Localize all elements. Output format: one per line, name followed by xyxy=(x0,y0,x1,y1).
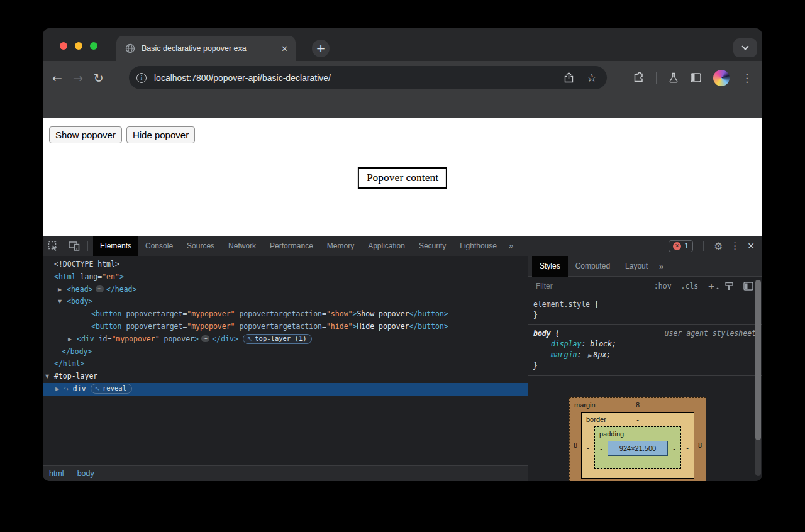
back-icon[interactable]: ← xyxy=(52,71,62,85)
tab-close-icon[interactable]: ✕ xyxy=(281,44,288,53)
devtools-tab-security[interactable]: Security xyxy=(412,236,453,256)
browser-tab[interactable]: Basic declarative popover exa ✕ xyxy=(116,36,296,61)
collapsed-content-icon[interactable]: ⋯ xyxy=(96,285,104,292)
forward-icon[interactable]: → xyxy=(73,71,83,85)
code-token: "en" xyxy=(102,272,119,281)
url-text[interactable]: localhost:7800/popover-api/basic-declara… xyxy=(154,73,331,83)
css-declaration[interactable]: margin: ▶8px; xyxy=(533,350,757,361)
extensions-icon[interactable] xyxy=(633,72,644,83)
code-token: Hide popover xyxy=(357,322,409,331)
show-popover-button[interactable]: Show popover xyxy=(49,126,122,143)
toolbar-divider xyxy=(656,72,657,84)
hide-popover-button[interactable]: Hide popover xyxy=(126,126,195,143)
tree-line[interactable]: <button popovertarget="mypopover" popove… xyxy=(43,321,528,333)
inspect-element-icon[interactable] xyxy=(43,241,64,252)
css-property-name: margin xyxy=(551,350,577,359)
breadcrumb-item-body[interactable]: body xyxy=(77,469,94,478)
collapse-arrow-icon[interactable]: ▼ xyxy=(45,370,54,383)
address-bar[interactable]: i localhost:7800/popover-api/basic-decla… xyxy=(129,66,607,89)
minimize-window-button[interactable] xyxy=(75,42,82,50)
tree-line[interactable]: <button popovertarget="mypopover" popove… xyxy=(43,308,528,321)
code-token: "mypopover" xyxy=(187,309,235,318)
devtools-tab-application[interactable]: Application xyxy=(361,236,412,256)
sidebar-tab-layout[interactable]: Layout xyxy=(618,256,655,277)
expand-arrow-icon[interactable]: ▶ xyxy=(68,333,77,346)
breadcrumb-item-html[interactable]: html xyxy=(49,469,64,478)
expand-arrow-icon[interactable]: ▶ xyxy=(58,284,67,296)
tree-line[interactable]: <!DOCTYPE html> xyxy=(43,258,528,271)
experiments-flask-icon[interactable] xyxy=(669,72,679,83)
expand-arrow-icon[interactable]: ▶ xyxy=(586,353,593,358)
sidebar-tab-computed[interactable]: Computed xyxy=(568,256,618,277)
tree-line[interactable]: ▼<body> xyxy=(43,296,528,308)
css-property-value: block; xyxy=(590,340,616,348)
code-token: </head> xyxy=(106,285,136,294)
code-token: <!DOCTYPE html> xyxy=(54,260,119,269)
rule-origin: user agent stylesheet xyxy=(665,328,757,339)
profile-avatar[interactable] xyxy=(713,70,730,86)
settings-gear-icon[interactable]: ⚙ xyxy=(714,240,723,252)
share-icon[interactable] xyxy=(564,72,574,83)
box-model-diagram[interactable]: 8 margin 8 - border xyxy=(569,397,762,481)
reload-icon[interactable]: ↻ xyxy=(94,71,104,85)
tree-line[interactable]: ▼#top-layer xyxy=(43,370,528,383)
traffic-lights xyxy=(60,42,97,50)
collapsed-content-icon[interactable]: ⋯ xyxy=(201,335,209,342)
element-style-rule[interactable]: element.style { } xyxy=(528,296,762,325)
new-style-rule-button[interactable]: + xyxy=(708,281,715,291)
code-token: id xyxy=(94,335,108,343)
code-token: <head> xyxy=(67,285,93,294)
expand-arrow-icon[interactable]: ▶ xyxy=(55,383,64,396)
site-info-icon[interactable]: i xyxy=(136,73,147,83)
tree-line[interactable]: ▶<div id="mypopover" popover>⋯</div>top-… xyxy=(43,333,528,346)
error-count: 1 xyxy=(684,241,689,250)
devtools-menu-kebab-icon[interactable]: ⋮ xyxy=(730,240,740,252)
tab-strip: Basic declarative popover exa ✕ + xyxy=(43,28,762,61)
reveal-badge[interactable]: reveal xyxy=(91,384,132,394)
devtools-tab-elements[interactable]: Elements xyxy=(93,236,138,256)
new-tab-button[interactable]: + xyxy=(312,40,330,57)
devtools-tab-network[interactable]: Network xyxy=(221,236,263,256)
devtools-tab-memory[interactable]: Memory xyxy=(320,236,361,256)
dock-panel-icon[interactable] xyxy=(743,282,753,291)
close-window-button[interactable] xyxy=(60,42,67,50)
body-style-rule[interactable]: user agent stylesheetbody { display: blo… xyxy=(528,325,762,376)
bookmark-star-icon[interactable]: ☆ xyxy=(587,71,597,84)
code-token: lang xyxy=(76,272,98,281)
class-toggle[interactable]: .cls xyxy=(681,282,699,291)
rendering-paint-icon[interactable] xyxy=(724,282,734,291)
top-layer-badge[interactable]: top-layer (1) xyxy=(243,334,313,344)
code-token: <div xyxy=(77,335,94,343)
fullscreen-window-button[interactable] xyxy=(90,42,97,50)
css-declaration[interactable]: display: block; xyxy=(533,339,757,350)
devtools-tabs: ElementsConsoleSourcesNetworkPerformance… xyxy=(93,236,504,256)
device-toolbar-icon[interactable] xyxy=(64,241,85,251)
devtools-tab-sources[interactable]: Sources xyxy=(180,236,221,256)
tree-line[interactable]: <html lang="en"> xyxy=(43,271,528,284)
pseudo-state-toggle[interactable]: :hov xyxy=(654,282,672,291)
devtools-tab-performance[interactable]: Performance xyxy=(263,236,320,256)
tree-line[interactable]: </html> xyxy=(43,358,528,370)
collapse-arrow-icon[interactable]: ▼ xyxy=(58,296,67,308)
sidebar-scrollbar-thumb[interactable] xyxy=(755,280,761,440)
devtools-close-icon[interactable]: ✕ xyxy=(747,241,755,251)
tree-line[interactable]: ▶↪ divreveal xyxy=(43,383,528,396)
sidebar-tab-styles[interactable]: Styles xyxy=(532,256,568,277)
tab-list-chevron-button[interactable] xyxy=(733,38,757,57)
side-panel-icon[interactable] xyxy=(691,73,701,82)
tree-line[interactable]: ▶<head>⋯</head> xyxy=(43,284,528,296)
tree-line[interactable]: </body> xyxy=(43,346,528,358)
breadcrumb: htmlbody xyxy=(43,465,528,481)
padding-bottom-value: - xyxy=(595,456,680,468)
browser-menu-kebab-icon[interactable]: ⋮ xyxy=(741,72,752,84)
code-token: <button xyxy=(91,322,121,331)
devtools-tab-console[interactable]: Console xyxy=(138,236,180,256)
sidebar-more-tabs-button[interactable]: » xyxy=(655,262,667,271)
more-tabs-button[interactable]: » xyxy=(504,236,518,256)
devtools-tab-lighthouse[interactable]: Lighthouse xyxy=(453,236,504,256)
page-content: Show popover Hide popover Popover conten… xyxy=(43,118,762,236)
content-size-value: 924×21.500 xyxy=(608,441,668,456)
filter-input[interactable]: Filter xyxy=(536,282,553,291)
code-token: popovertarget xyxy=(121,309,182,318)
error-badge[interactable]: ✕ 1 xyxy=(669,240,693,252)
